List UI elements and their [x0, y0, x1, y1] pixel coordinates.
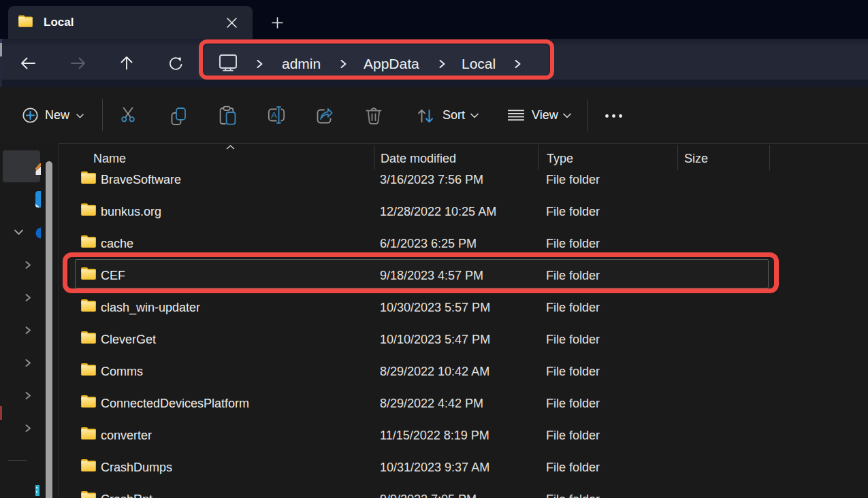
svg-text:A: A [271, 110, 277, 120]
